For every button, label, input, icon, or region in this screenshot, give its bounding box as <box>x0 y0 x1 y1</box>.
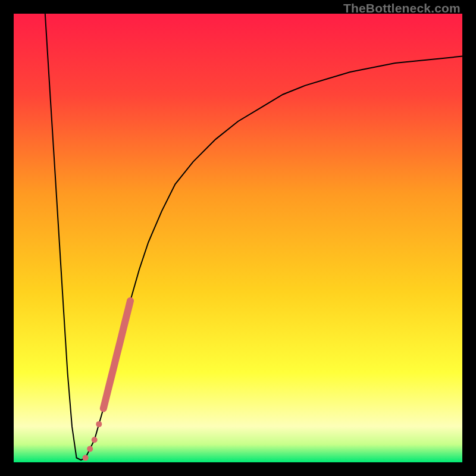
gradient-background <box>14 14 462 462</box>
watermark-text: TheBottleneck.com <box>343 1 461 15</box>
highlight-dot <box>92 437 98 443</box>
highlight-dot <box>96 421 102 427</box>
highlight-dot <box>83 455 89 461</box>
chart-frame <box>14 14 462 462</box>
bottleneck-plot <box>14 14 462 462</box>
highlight-dot <box>87 446 93 452</box>
